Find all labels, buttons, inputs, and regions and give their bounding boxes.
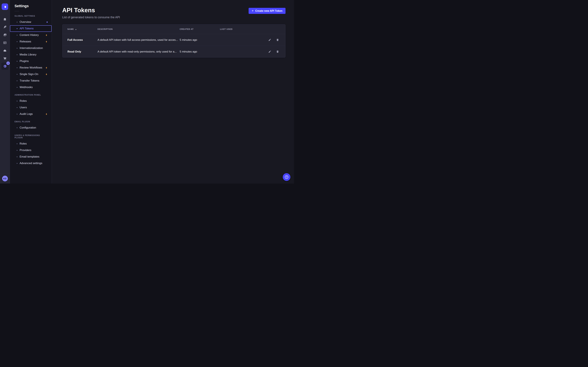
sidebar-item-roles-up[interactable]: Roles [10,141,52,147]
edit-pencil-icon[interactable] [267,49,272,54]
table-row[interactable]: Read Only A default API token with read-… [62,46,285,58]
column-header-last-used: LAST USED [220,28,260,30]
page-subtitle: List of generated tokens to consume the … [62,16,120,19]
table-row[interactable]: Full Access A default API token with ful… [62,34,285,46]
section-label-users-permissions-plugin: USERS & PERMISSIONS PLUGIN [10,134,52,139]
create-api-token-button[interactable]: + Create new API Token [249,8,285,14]
bullet-icon [17,22,17,23]
sidebar-item-content-history[interactable]: Content History [10,32,52,38]
settings-badge: 1 [6,61,10,65]
token-name: Full Access [68,38,97,42]
sidebar-item-webhooks[interactable]: Webhooks [10,84,52,91]
token-created-at: 5 minutes ago [180,50,220,53]
lightning-icon [45,34,48,36]
bullet-icon [17,28,17,29]
logo-container [0,0,10,13]
sidebar-item-review-workflows[interactable]: Review Workflows [10,64,52,71]
main-nav-rail: 1 KD [0,0,10,184]
settings-sidebar: Settings GLOBAL SETTINGS Overview API To… [10,0,52,184]
bullet-icon [17,114,17,115]
home-icon[interactable] [1,16,9,23]
row-actions [260,37,280,43]
media-library-icon[interactable] [1,31,9,39]
token-description: A default API token with full access per… [97,38,180,42]
bullet-icon [17,74,17,75]
sidebar-item-roles-admin[interactable]: Roles [10,98,52,104]
sidebar-item-configuration[interactable]: Configuration [10,125,52,131]
page-header-text: API Tokens List of generated tokens to c… [62,7,120,19]
rail-footer: KD [0,173,10,184]
lightning-icon [45,113,48,115]
bullet-icon [17,41,17,42]
bullet-icon [17,67,17,68]
bullet-icon [17,163,17,164]
section-label-administration-panel: ADMINISTRATION PANEL [10,94,52,96]
column-header-name[interactable]: NAME▲ [68,28,97,30]
bullet-icon [17,48,17,49]
marketplace-cart-icon[interactable] [1,55,9,62]
bullet-icon [17,127,17,128]
row-actions [260,49,280,54]
plus-icon: + [252,9,254,12]
sidebar-item-single-sign-on[interactable]: Single Sign-On [10,71,52,77]
sidebar-item-email-templates[interactable]: Email templates [10,153,52,160]
token-name: Read Only [68,50,97,53]
notification-dot [47,22,48,23]
strapi-logo[interactable] [2,3,8,10]
help-question-icon: ? [285,175,288,179]
bullet-icon [17,87,17,88]
administration-panel-list: Roles Users Audit Logs [10,98,52,117]
page-header: API Tokens List of generated tokens to c… [62,0,285,19]
create-button-label: Create new API Token [255,9,282,12]
api-tokens-table: NAME▲ DESCRIPTION CREATED AT LAST USED F… [62,24,285,58]
cloud-icon[interactable] [1,47,9,54]
main-content: API Tokens List of generated tokens to c… [52,0,294,184]
sidebar-item-internationalization[interactable]: Internationalization [10,45,52,51]
edit-pencil-icon[interactable] [267,37,272,43]
sidebar-item-transfer-tokens[interactable]: Transfer Tokens [10,77,52,84]
page-title: API Tokens [62,7,120,14]
section-label-email-plugin: EMAIL PLUGIN [10,121,52,123]
sidebar-item-advanced-settings[interactable]: Advanced settings [10,160,52,167]
sidebar-item-users[interactable]: Users [10,104,52,111]
lightning-icon [45,41,48,43]
column-header-created-at: CREATED AT [180,28,220,30]
content-manager-icon[interactable] [1,24,9,31]
lightning-icon [45,67,48,69]
bullet-icon [17,156,17,157]
global-settings-list: Overview API Tokens Content History Rele… [10,19,52,91]
lightning-icon [45,73,48,75]
strapi-logo-glyph [3,5,7,8]
sidebar-item-releases[interactable]: Releases [10,38,52,45]
content-type-builder-icon[interactable] [1,39,9,46]
help-button[interactable]: ? [283,173,290,181]
users-permissions-list: Roles Providers Email templates Advanced… [10,141,52,167]
column-header-description: DESCRIPTION [97,28,180,30]
token-created-at: 5 minutes ago [180,38,220,42]
delete-trash-icon[interactable] [275,37,280,43]
sidebar-item-api-tokens[interactable]: API Tokens [10,25,52,32]
sort-asc-icon[interactable]: ▲ [75,29,77,30]
user-avatar[interactable]: KD [2,176,8,181]
bullet-icon [17,101,17,101]
token-description: A default API token with read-only permi… [97,50,180,53]
sidebar-item-providers[interactable]: Providers [10,147,52,153]
app-window: 1 KD Settings GLOBAL SETTINGS Overview A… [0,0,294,184]
sidebar-item-media-library[interactable]: Media Library [10,51,52,58]
email-plugin-list: Configuration [10,125,52,131]
section-label-global-settings: GLOBAL SETTINGS [10,15,52,17]
bullet-icon [17,61,17,62]
rail-icon-list: 1 [1,15,9,70]
delete-trash-icon[interactable] [275,49,280,54]
bullet-icon [17,107,17,108]
sidebar-title: Settings [10,4,52,8]
sidebar-item-audit-logs[interactable]: Audit Logs [10,111,52,117]
sidebar-item-plugins[interactable]: Plugins [10,58,52,64]
bullet-icon [17,143,17,144]
bullet-icon [17,80,17,81]
bullet-icon [17,35,17,35]
settings-gear-icon[interactable]: 1 [1,63,9,70]
sidebar-item-overview[interactable]: Overview [10,19,52,25]
table-header-row: NAME▲ DESCRIPTION CREATED AT LAST USED [62,25,285,34]
bullet-icon [17,150,17,151]
